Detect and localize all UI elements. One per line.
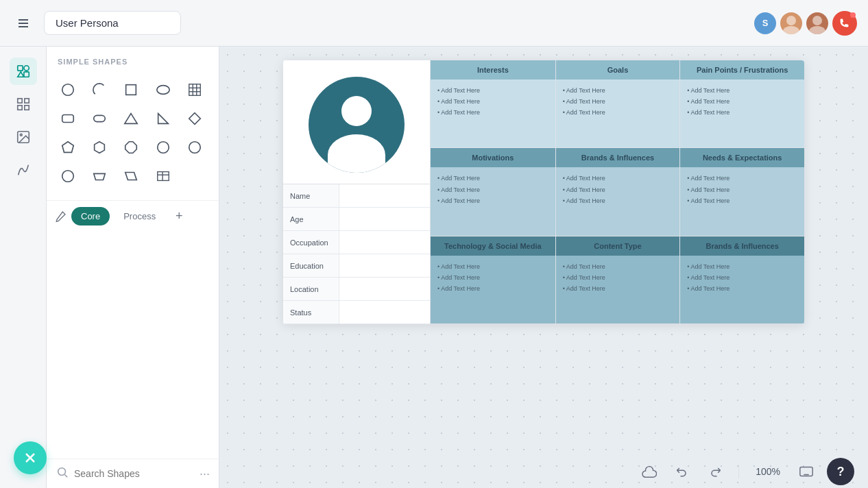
tab-process[interactable]: Process — [114, 207, 165, 225]
svg-marker-27 — [158, 114, 168, 124]
avatar-a[interactable] — [780, 12, 802, 34]
shape-rounded-rect[interactable] — [55, 106, 81, 132]
tab-add-button[interactable]: + — [169, 206, 189, 225]
fab-close-button[interactable] — [14, 441, 47, 474]
cell-brands-influences-2: Brands & Influences • Add Text Here • Ad… — [679, 236, 804, 324]
sidebar-shapes-icon[interactable] — [10, 58, 37, 85]
cell-header-brands-influences-2: Brands & Influences — [680, 236, 804, 256]
svg-rect-13 — [24, 106, 28, 110]
cell-header-pain-points: Pain Points / Frustrations — [680, 60, 804, 80]
cell-tech-social: Technology & Social Media • Add Text Her… — [431, 236, 555, 324]
svg-marker-26 — [125, 114, 137, 124]
cell-body-brands-influences: • Add Text Here • Add Text Here • Add Te… — [556, 167, 680, 235]
cell-body-brands-influences-2: • Add Text Here • Add Text Here • Add Te… — [680, 256, 804, 324]
undo-icon[interactable] — [670, 459, 695, 484]
zoom-level: 100% — [750, 466, 786, 477]
shape-ellipse[interactable] — [150, 77, 176, 103]
svg-point-32 — [157, 142, 169, 154]
sidebar-image-icon[interactable] — [10, 123, 37, 151]
form-label-education: Education — [283, 254, 339, 277]
avatar-b[interactable] — [806, 12, 828, 34]
menu-button[interactable] — [11, 11, 36, 36]
svg-point-34 — [62, 171, 74, 182]
cell-body-pain-points: • Add Text Here • Add Text Here • Add Te… — [680, 80, 804, 147]
avatar-body — [328, 134, 385, 173]
sidebar-grid-icon[interactable] — [10, 90, 37, 118]
form-row-education: Education — [283, 254, 430, 278]
svg-marker-30 — [95, 142, 105, 154]
cell-interests: Interests • Add Text Here • Add Text Her… — [431, 60, 555, 148]
persona-form: Name Age Occupation Education — [283, 184, 431, 324]
svg-marker-35 — [94, 173, 106, 180]
svg-rect-37 — [157, 172, 169, 181]
cell-body-goals: • Add Text Here • Add Text Here • Add Te… — [556, 80, 680, 147]
shapes-grid — [47, 71, 219, 195]
svg-point-5 — [812, 16, 822, 25]
svg-point-4 — [783, 26, 799, 34]
shape-hexagon[interactable] — [86, 134, 112, 160]
form-row-location: Location — [283, 278, 430, 301]
svg-rect-17 — [126, 85, 136, 95]
cloud-icon[interactable] — [637, 459, 662, 484]
persona-board: Name Age Occupation Education — [283, 60, 804, 324]
avatar-person — [309, 77, 405, 173]
cell-goals: Goals • Add Text Here • Add Text Here • … — [555, 60, 680, 148]
divider — [738, 465, 739, 478]
form-row-age: Age — [283, 208, 430, 231]
shape-grid-lines[interactable] — [182, 77, 208, 103]
svg-point-33 — [189, 142, 201, 154]
cell-header-needs-expectations: Needs & Expectations — [680, 148, 804, 167]
help-button[interactable]: ? — [827, 458, 854, 485]
cell-pain-points: Pain Points / Frustrations • Add Text He… — [679, 60, 804, 148]
form-label-location: Location — [283, 278, 339, 300]
sidebar-curve-icon[interactable] — [10, 156, 37, 184]
shapes-panel: SIMPLE SHAPES — [47, 47, 219, 488]
tab-core[interactable]: Core — [71, 207, 110, 225]
keyboard-icon[interactable] — [794, 459, 819, 484]
cell-header-motivations: Motivations — [431, 148, 555, 167]
cell-motivations: Motivations • Add Text Here • Add Text H… — [431, 148, 555, 236]
form-row-name: Name — [283, 184, 430, 208]
shape-circle-sm[interactable] — [55, 163, 81, 189]
shape-pentagon[interactable] — [55, 134, 81, 160]
avatar-s[interactable]: S — [754, 12, 776, 34]
svg-point-16 — [62, 84, 74, 96]
svg-marker-36 — [125, 173, 137, 180]
topbar: User Persona S — [0, 0, 868, 47]
avatar-area — [283, 60, 431, 184]
cell-needs-expectations: Needs & Expectations • Add Text Here • A… — [679, 148, 804, 236]
shape-right-triangle[interactable] — [150, 106, 176, 132]
cell-header-interests: Interests — [431, 60, 555, 80]
call-button[interactable] — [832, 11, 857, 36]
svg-marker-31 — [125, 142, 137, 154]
svg-point-18 — [156, 86, 169, 95]
shape-table[interactable] — [150, 163, 176, 189]
svg-marker-28 — [189, 113, 201, 125]
shape-octagon[interactable] — [118, 134, 144, 160]
shape-circle-12[interactable] — [150, 134, 176, 160]
svg-point-3 — [786, 16, 796, 25]
shape-circle[interactable] — [55, 77, 81, 103]
form-row-status: Status — [283, 301, 430, 324]
wand-icon — [55, 210, 67, 222]
shapes-section-label: SIMPLE SHAPES — [47, 47, 219, 71]
cell-body-content-type: • Add Text Here • Add Text Here • Add Te… — [556, 256, 680, 324]
shape-pill[interactable] — [86, 106, 112, 132]
cell-body-tech-social: • Add Text Here • Add Text Here • Add Te… — [431, 256, 555, 324]
svg-rect-19 — [189, 84, 201, 96]
svg-rect-24 — [62, 115, 74, 123]
shapes-tabs: Core Process + — [47, 200, 219, 231]
form-label-occupation: Occupation — [283, 231, 339, 254]
shape-trapezoid[interactable] — [86, 163, 112, 189]
form-label-name: Name — [283, 184, 339, 207]
shape-triangle[interactable] — [118, 106, 144, 132]
shape-diamond[interactable] — [182, 106, 208, 132]
svg-rect-25 — [94, 115, 106, 121]
redo-icon[interactable] — [703, 459, 727, 484]
shape-circle-outline[interactable] — [182, 134, 208, 160]
shape-square[interactable] — [118, 77, 144, 103]
persona-left-column: Name Age Occupation Education — [283, 60, 431, 324]
shape-parallelogram[interactable] — [118, 163, 144, 189]
shape-arc[interactable] — [86, 77, 112, 103]
canvas-area[interactable]: Name Age Occupation Education — [219, 47, 868, 488]
